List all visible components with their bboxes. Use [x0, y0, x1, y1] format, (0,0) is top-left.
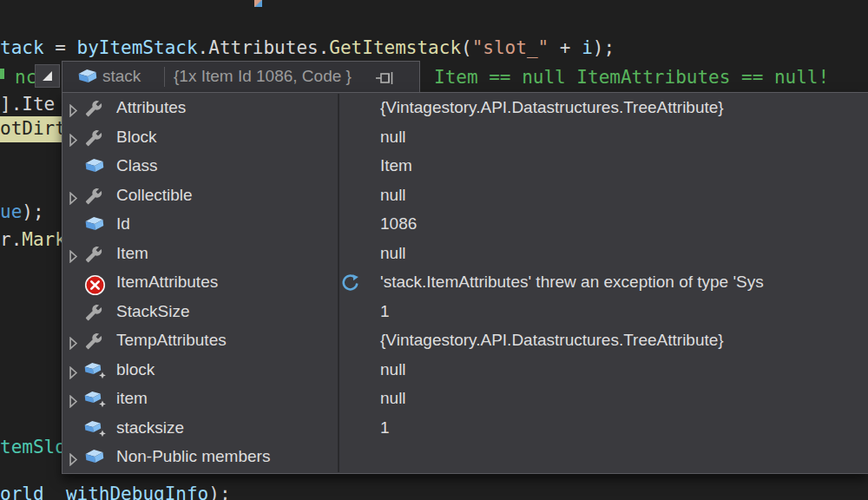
private-field-cube-star-icon — [84, 420, 107, 442]
code-token: ); — [22, 201, 43, 222]
code-token: Mark — [22, 229, 66, 250]
code-token: withDebugInfo — [66, 484, 208, 500]
member-name: StackSize — [116, 302, 189, 321]
code-token: "slot_" — [472, 37, 549, 58]
field-cube-icon — [84, 158, 105, 178]
refresh-icon[interactable] — [340, 273, 360, 298]
member-name: Attributes — [116, 98, 186, 117]
member-name: Item — [116, 244, 148, 263]
member-value: 1086 — [380, 214, 417, 234]
code-line-markdirty[interactable]: r.Mark — [0, 227, 66, 253]
expander-icon[interactable] — [69, 132, 78, 151]
datatip-row[interactable]: stacksize1 — [62, 415, 868, 444]
expander-icon[interactable] — [69, 248, 78, 267]
field-cube-icon — [84, 449, 105, 469]
expander-icon[interactable] — [69, 365, 78, 384]
code-line-item[interactable]: ].Ite — [0, 91, 55, 117]
wrench-icon — [84, 188, 103, 209]
code-token: ); — [208, 484, 230, 500]
code-token: r. — [0, 229, 22, 250]
field-cube-icon — [77, 69, 98, 89]
exception-error-icon — [84, 274, 106, 300]
datatip-row[interactable]: TempAttributes{Vintagestory.API.Datastru… — [62, 327, 868, 357]
datatip-row[interactable]: Collectiblenull — [62, 182, 868, 212]
code-line-true-close[interactable]: ue); — [0, 199, 44, 225]
value-preview: {1x Item Id 1086, Code } — [174, 67, 352, 86]
code-line-assignment[interactable]: tack = byItemStack.Attributes.GetItemsta… — [0, 35, 615, 61]
wrench-icon — [84, 246, 103, 267]
watched-expression: stack — [102, 67, 141, 86]
code-token — [44, 484, 66, 500]
field-cube-icon — [84, 216, 105, 236]
member-value: {Vintagestory.API.Datastructures.TreeAtt… — [380, 98, 724, 117]
datatip-row[interactable]: Id1086 — [62, 211, 868, 240]
private-field-cube-star-icon — [84, 362, 107, 384]
datatip-header[interactable]: stack {1x Item Id 1086, Code } — [62, 61, 420, 93]
member-value: null — [380, 128, 406, 147]
member-value: null — [380, 244, 406, 263]
member-value: Item — [380, 156, 412, 175]
datatip-row[interactable]: Blocknull — [62, 124, 868, 154]
code-token: ); — [593, 37, 615, 58]
expander-icon[interactable] — [69, 393, 78, 412]
expander-icon[interactable] — [69, 335, 78, 354]
expander-icon[interactable] — [69, 451, 78, 470]
datatip-row[interactable]: Non-Public members — [62, 444, 868, 473]
expanded-triangle-icon — [42, 70, 53, 82]
expander-icon[interactable] — [69, 190, 78, 209]
wrench-icon — [84, 129, 103, 151]
member-name: block — [116, 360, 155, 379]
code-line-comment-left[interactable]: nc — [15, 64, 36, 90]
code-token: orld — [0, 484, 44, 500]
member-name: Class — [116, 156, 158, 175]
datatip-row[interactable]: ItemAttributes'stack.ItemAttributes' thr… — [62, 269, 868, 299]
datatip-row[interactable]: ClassItem — [62, 153, 868, 182]
code-token: + — [549, 37, 582, 58]
highlighted-symbol[interactable]: otDirty — [0, 116, 62, 142]
member-name: TempAttributes — [116, 331, 227, 350]
member-name: Id — [116, 214, 130, 234]
member-value: 'stack.ItemAttributes' threw an exceptio… — [380, 273, 764, 292]
member-name: ItemAttributes — [116, 273, 218, 292]
member-value: 1 — [380, 418, 390, 438]
private-field-cube-star-icon — [84, 391, 107, 412]
wrench-icon — [84, 332, 103, 354]
code-token: temSlo — [0, 437, 66, 457]
code-token: Item == null ItemAttributes == null! — [434, 67, 829, 88]
pin-button[interactable] — [375, 70, 396, 89]
code-token: = — [44, 37, 77, 58]
code-token: GetItemstack — [329, 37, 461, 58]
code-token: ].Ite — [0, 94, 55, 115]
datatip-row[interactable]: blocknull — [62, 357, 868, 386]
member-value: null — [380, 389, 406, 408]
comment-cutoff-mark — [0, 69, 4, 79]
member-value: null — [380, 360, 406, 379]
datatip-row[interactable]: Itemnull — [62, 240, 868, 270]
code-fragment-cutoff — [254, 0, 262, 7]
datatip-root-expander[interactable] — [35, 64, 60, 88]
member-name: Collectible — [116, 186, 193, 205]
member-value: 1 — [380, 302, 390, 321]
code-line-itemslot[interactable]: temSlo — [0, 434, 66, 460]
member-value: {Vintagestory.API.Datastructures.TreeAtt… — [380, 331, 724, 350]
datatip-row[interactable]: Attributes{Vintagestory.API.Datastructur… — [62, 95, 868, 124]
wrench-icon — [84, 100, 103, 122]
member-name: stacksize — [116, 418, 184, 438]
code-token: ( — [461, 37, 472, 58]
datatip-row[interactable]: itemnull — [62, 385, 868, 415]
code-token: .Attributes. — [198, 37, 330, 58]
wrench-icon — [84, 304, 103, 326]
code-token: i — [582, 37, 593, 58]
code-token: nc — [15, 67, 36, 88]
code-line-comment-right[interactable]: Item == null ItemAttributes == null! — [434, 64, 829, 90]
member-name: item — [116, 389, 148, 408]
vs-debugger-screen: tack = byItemStack.Attributes.GetItemsta… — [0, 0, 868, 500]
code-line-withdebuginfo[interactable]: orld withDebugInfo); — [0, 481, 231, 500]
expander-icon[interactable] — [69, 102, 78, 122]
header-divider — [164, 67, 165, 87]
member-name: Non-Public members — [116, 447, 270, 466]
datatip-row[interactable]: StackSize1 — [62, 299, 868, 328]
pin-icon — [375, 71, 396, 85]
code-token: tack — [0, 37, 44, 58]
highlighted-symbol-text: otDirty — [0, 118, 62, 139]
